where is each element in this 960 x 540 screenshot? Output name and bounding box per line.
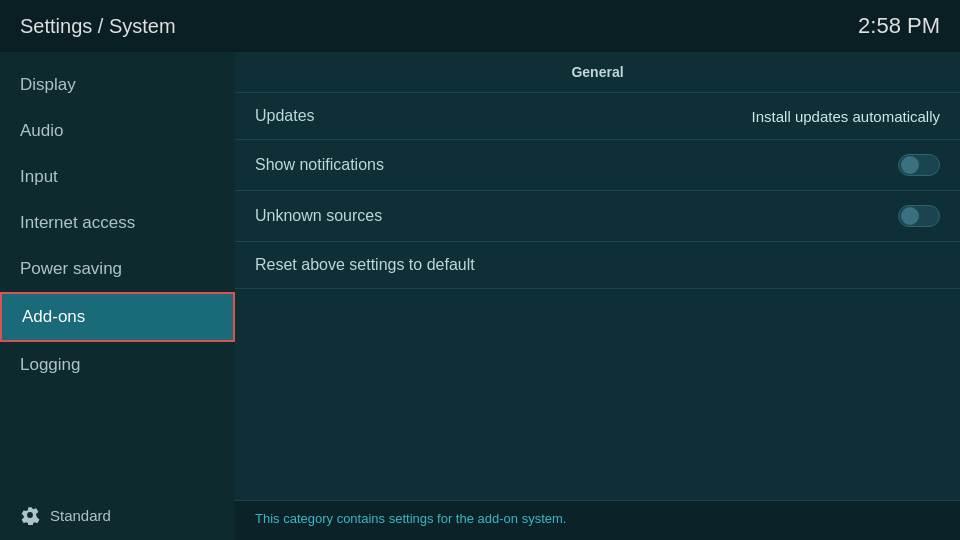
settings-row-reset-settings: Reset above settings to default [235, 242, 960, 289]
sidebar-level-label: Standard [50, 507, 111, 524]
toggle-show-notifications[interactable] [898, 154, 940, 176]
clock: 2:58 PM [858, 13, 940, 39]
gear-icon [20, 505, 40, 525]
toggle-unknown-sources[interactable] [898, 205, 940, 227]
sidebar-item-power-saving[interactable]: Power saving [0, 246, 235, 292]
settings-content: General UpdatesInstall updates automatic… [235, 52, 960, 500]
sidebar-item-add-ons[interactable]: Add-ons [0, 292, 235, 342]
sidebar-item-internet-access[interactable]: Internet access [0, 200, 235, 246]
row-label-updates: Updates [255, 107, 315, 125]
sidebar-footer: Standard [0, 495, 235, 540]
status-bar: This category contains settings for the … [235, 500, 960, 540]
row-label-unknown-sources: Unknown sources [255, 207, 382, 225]
header: Settings / System 2:58 PM [0, 0, 960, 52]
settings-row-updates[interactable]: UpdatesInstall updates automatically [235, 93, 960, 140]
sidebar: DisplayAudioInputInternet accessPower sa… [0, 52, 235, 540]
row-label-show-notifications: Show notifications [255, 156, 384, 174]
row-label-reset-settings: Reset above settings to default [255, 256, 475, 274]
row-value-updates: Install updates automatically [752, 108, 940, 125]
sidebar-item-input[interactable]: Input [0, 154, 235, 200]
sidebar-item-display[interactable]: Display [0, 62, 235, 108]
sidebar-item-audio[interactable]: Audio [0, 108, 235, 154]
page-title: Settings / System [20, 15, 176, 38]
section-header: General [235, 52, 960, 93]
content-panel: General UpdatesInstall updates automatic… [235, 52, 960, 540]
settings-row-show-notifications[interactable]: Show notifications [235, 140, 960, 191]
settings-row-unknown-sources[interactable]: Unknown sources [235, 191, 960, 242]
main-layout: DisplayAudioInputInternet accessPower sa… [0, 52, 960, 540]
sidebar-item-logging[interactable]: Logging [0, 342, 235, 388]
sidebar-nav: DisplayAudioInputInternet accessPower sa… [0, 62, 235, 388]
